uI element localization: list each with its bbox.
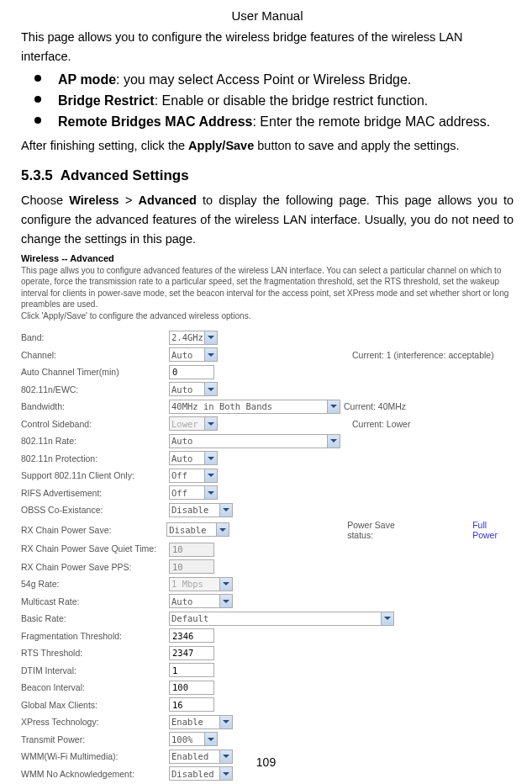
label-band: Band: — [21, 332, 169, 342]
bullet-label: AP mode — [58, 72, 116, 87]
select-multicast[interactable]: Auto — [169, 594, 233, 608]
select-bandwidth[interactable]: 40MHz in Both Bands — [169, 400, 340, 414]
label-bandwidth: Bandwidth: — [21, 401, 169, 411]
label-xpress: XPress Technology: — [21, 717, 169, 727]
label-protection: 802.11n Protection: — [21, 453, 169, 464]
row-s4g: 54g Rate: 1 Mbps — [21, 576, 514, 591]
bullet-ap-mode: AP mode: you may select Access Point or … — [33, 70, 514, 91]
section-pre: Choose — [21, 193, 69, 207]
bullet-text: : Enter the remote bridge MAC address. — [252, 114, 490, 129]
select-value: Auto — [171, 384, 192, 395]
select-client-only[interactable]: Off — [169, 469, 218, 483]
chevron-down-icon — [216, 523, 229, 536]
input-rx-pps[interactable]: 10 — [169, 559, 214, 574]
row-obss: OBSS Co-Existance: Disable — [21, 502, 514, 517]
row-channel: Channel: Auto Current: 1 (interference: … — [21, 347, 514, 363]
select-rifs[interactable]: Off — [169, 485, 218, 500]
intro-text: This page allows you to configure the wi… — [21, 28, 514, 66]
select-value: Off — [171, 470, 187, 480]
ss-desc: This page allws you to configure advance… — [21, 265, 514, 322]
section-title: Advanced Settings — [61, 167, 189, 183]
bullet-label: Remote Bridges MAC Address — [58, 114, 252, 129]
select-value: 40MHz in Both Bands — [171, 401, 272, 411]
row-band: Band: 2.4GHz — [21, 330, 514, 345]
select-value: Disable — [171, 505, 208, 515]
select-txpower[interactable]: 100% — [169, 732, 218, 746]
row-auto-timer: Auto Channel Timer(min) 0 — [21, 364, 514, 379]
label-basic: Basic Rate: — [21, 613, 169, 623]
bullet-text: : you may select Access Point or Wireles… — [116, 72, 411, 87]
row-dtim: DTIM Interval: 1 — [21, 663, 514, 678]
row-11n-rate: 802.11n Rate: Auto — [21, 433, 514, 448]
input-auto-timer[interactable]: 0 — [169, 365, 214, 379]
chevron-down-icon — [204, 417, 217, 430]
label-rx-pps: RX Chain Power Save PPS: — [21, 562, 169, 572]
label-dtim: DTIM Interval: — [21, 665, 169, 675]
select-value: Default — [171, 613, 208, 623]
row-sideband: Control Sideband: Lower Current: Lower — [21, 416, 514, 432]
ss-desc-text: This page allws you to configure advance… — [21, 266, 508, 310]
after-post: button to save and apply the settings. — [254, 139, 459, 152]
bullet-text: : Enable or disable the bridge restrict … — [155, 93, 429, 108]
label-frag: Fragmentation Threshold: — [21, 631, 169, 641]
input-rx-quiet[interactable]: 10 — [169, 543, 214, 557]
chevron-down-icon — [219, 595, 232, 607]
select-s4g[interactable]: 1 Mbps — [169, 577, 233, 591]
select-value: 100% — [171, 734, 192, 744]
select-basic[interactable]: Default — [169, 612, 394, 626]
input-maxclients[interactable]: 16 — [169, 697, 214, 712]
chevron-down-icon — [219, 578, 232, 591]
row-multicast: Multicast Rate: Auto — [21, 594, 514, 609]
select-value: 1 Mbps — [171, 579, 203, 589]
row-rifs: RIFS Advertisement: Off — [21, 485, 514, 501]
select-channel[interactable]: Auto — [169, 347, 218, 362]
select-value: Off — [171, 488, 187, 498]
channel-current: Current: 1 (interference: acceptable) — [352, 350, 494, 360]
label-ewc: 802.11n/EWC: — [21, 384, 169, 395]
chevron-down-icon — [219, 504, 232, 516]
input-rts[interactable]: 2347 — [169, 646, 214, 660]
page-header: User Manual — [21, 8, 514, 23]
chevron-down-icon — [327, 435, 340, 448]
select-protection[interactable]: Auto — [169, 451, 218, 465]
label-txpower: Transmit Power: — [21, 734, 169, 744]
row-rx-pps: RX Chain Power Save PPS: 10 — [21, 559, 514, 575]
input-beacon[interactable]: 100 — [169, 681, 214, 695]
label-maxclients: Global Max Clients: — [21, 700, 169, 710]
label-rx-quiet: RX Chain Power Save Quiet Time: — [21, 543, 169, 555]
after-bold: Apply/Save — [188, 139, 254, 152]
select-band[interactable]: 2.4GHz — [169, 331, 218, 345]
row-protection: 802.11n Protection: Auto — [21, 451, 514, 466]
select-rx-chain[interactable]: Disable — [166, 522, 229, 537]
select-11n-rate[interactable]: Auto — [169, 434, 340, 448]
select-value: Disabled — [171, 769, 214, 779]
label-channel: Channel: — [21, 350, 169, 360]
chevron-down-icon — [204, 452, 217, 464]
label-rts: RTS Threshold: — [21, 648, 169, 658]
bullet-label: Bridge Restrict — [58, 93, 155, 108]
label-rifs: RIFS Advertisement: — [21, 488, 169, 498]
input-dtim[interactable]: 1 — [169, 663, 214, 677]
input-frag[interactable]: 2346 — [169, 628, 214, 643]
row-client-only: Support 802.11n Client Only: Off — [21, 468, 514, 483]
chevron-down-icon — [219, 767, 232, 780]
section-advanced: Advanced — [139, 193, 197, 207]
select-obss[interactable]: Disable — [169, 503, 233, 517]
chevron-down-icon — [204, 348, 217, 361]
chevron-down-icon — [204, 486, 217, 499]
after-pre: After finishing setting, click the — [21, 139, 188, 152]
row-maxclients: Global Max Clients: 16 — [21, 697, 514, 712]
sideband-current: Current: Lower — [352, 419, 410, 429]
label-sideband: Control Sideband: — [21, 419, 169, 429]
chevron-down-icon — [204, 469, 217, 482]
select-sideband[interactable]: Lower — [169, 416, 218, 431]
row-rx-quiet: RX Chain Power Save Quiet Time: 10 — [21, 542, 514, 557]
select-ewc[interactable]: Auto — [169, 382, 218, 396]
bullet-remote-bridges: Remote Bridges MAC Address: Enter the re… — [33, 112, 514, 133]
row-beacon: Beacon Interval: 100 — [21, 680, 514, 695]
select-value: Auto — [171, 596, 192, 607]
select-value: Auto — [171, 350, 192, 360]
select-xpress[interactable]: Enable — [169, 715, 233, 729]
select-value: Enable — [171, 717, 203, 727]
chevron-down-icon — [204, 331, 217, 344]
